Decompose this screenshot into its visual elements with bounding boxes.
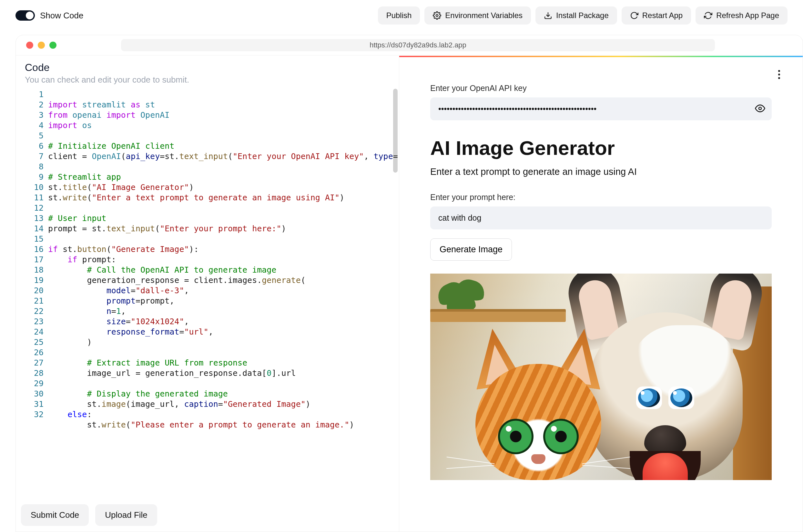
prompt-label: Enter your prompt here: [430, 193, 772, 202]
install-package-button[interactable]: Install Package [536, 6, 617, 24]
api-key-input[interactable] [430, 97, 772, 120]
code-pane: Code You can check and edit your code to… [16, 56, 399, 532]
download-icon [544, 11, 552, 20]
refresh-label: Refresh App Page [716, 11, 779, 20]
right-actions: Publish Environment Variables Install Pa… [378, 6, 787, 24]
minimize-window-icon[interactable] [38, 42, 45, 49]
code-text[interactable]: import streamlit as st from openai impor… [48, 88, 399, 532]
restart-icon [630, 11, 638, 20]
submit-code-button[interactable]: Submit Code [21, 504, 89, 526]
generate-label: Generate Image [440, 245, 503, 254]
code-title: Code [25, 62, 390, 74]
env-vars-button[interactable]: Environment Variables [425, 6, 531, 24]
url-bar[interactable]: https://ds07dy82a9ds.lab2.app [121, 39, 715, 51]
menu-icon[interactable] [778, 70, 780, 79]
maximize-window-icon[interactable] [49, 42, 56, 49]
top-toolbar: Show Code Publish Environment Variables … [0, 0, 803, 30]
upload-label: Upload File [105, 510, 148, 520]
svg-point-0 [436, 15, 438, 17]
env-vars-label: Environment Variables [445, 11, 523, 20]
submit-label: Submit Code [31, 510, 79, 520]
generated-image [430, 273, 772, 480]
code-subtitle: You can check and edit your code to subm… [25, 75, 390, 85]
restart-app-button[interactable]: Restart App [622, 6, 691, 24]
code-editor[interactable]: 1234567891011121314151617181920212223242… [16, 88, 399, 532]
prompt-input[interactable] [430, 207, 772, 229]
app-subtitle: Enter a text prompt to generate an image… [430, 167, 772, 177]
gear-icon [433, 11, 441, 20]
restart-label: Restart App [642, 11, 683, 20]
refresh-page-button[interactable]: Refresh App Page [695, 6, 787, 24]
window-controls [26, 42, 56, 49]
url-text: https://ds07dy82a9ds.lab2.app [370, 41, 466, 49]
publish-label: Publish [386, 11, 412, 20]
window-title-bar: https://ds07dy82a9ds.lab2.app [16, 35, 803, 56]
refresh-icon [704, 11, 712, 20]
line-gutter: 1234567891011121314151617181920212223242… [16, 88, 48, 532]
eye-icon[interactable] [755, 103, 765, 115]
preview-pane: Enter your OpenAI API key AI Image Gener… [399, 56, 803, 532]
install-pkg-label: Install Package [556, 11, 609, 20]
generate-image-button[interactable]: Generate Image [430, 239, 512, 261]
publish-button[interactable]: Publish [378, 6, 420, 24]
svg-point-2 [759, 107, 761, 110]
left-controls: Show Code [16, 10, 83, 21]
show-code-label: Show Code [40, 11, 83, 21]
loading-bar [399, 56, 803, 57]
app-title: AI Image Generator [430, 136, 772, 159]
vertical-scrollbar[interactable] [392, 88, 399, 532]
show-code-toggle[interactable] [16, 10, 35, 21]
api-key-label: Enter your OpenAI API key [430, 83, 772, 93]
close-window-icon[interactable] [26, 42, 33, 49]
app-window: https://ds07dy82a9ds.lab2.app Code You c… [16, 35, 803, 532]
upload-file-button[interactable]: Upload File [95, 504, 157, 526]
